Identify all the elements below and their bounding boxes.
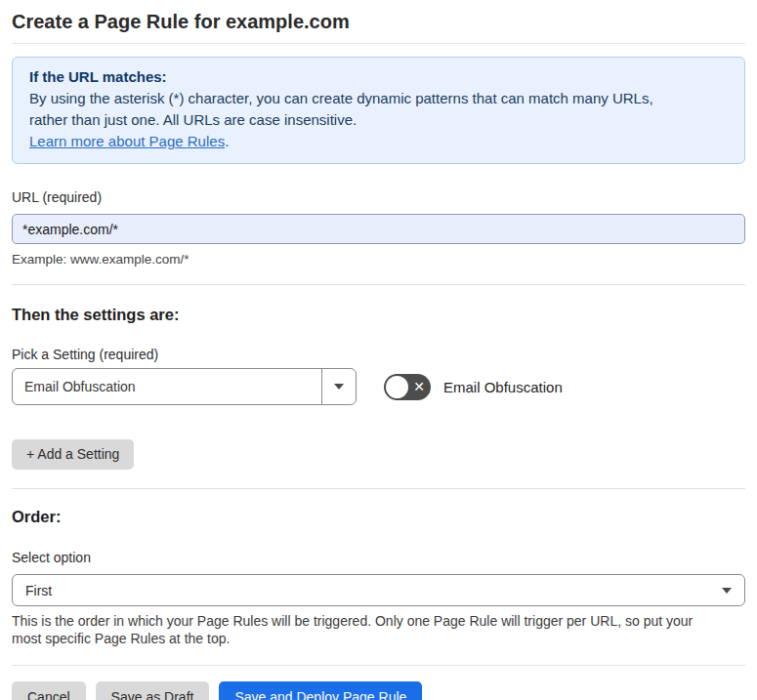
footer-actions: Cancel Save as Draft Save and Deploy Pag… <box>12 681 745 700</box>
create-page-rule-panel: Create a Page Rule for example.com If th… <box>0 0 757 700</box>
settings-section-heading: Then the settings are: <box>12 305 745 324</box>
setting-select[interactable]: Email Obfuscation <box>12 368 357 405</box>
setting-select-value: Email Obfuscation <box>13 369 321 404</box>
toggle-knob <box>386 376 408 398</box>
info-box-body-line1: By using the asterisk (*) character, you… <box>29 88 728 109</box>
footer-divider <box>12 665 745 666</box>
url-field-label: URL (required) <box>12 189 745 206</box>
add-setting-button[interactable]: + Add a Setting <box>12 439 134 470</box>
email-obfuscation-toggle-group: ✕ Email Obfuscation <box>384 374 563 400</box>
setting-row: Email Obfuscation ✕ Email Obfuscation <box>12 368 745 405</box>
toggle-label: Email Obfuscation <box>443 379 563 395</box>
section-divider <box>12 284 745 285</box>
cancel-button[interactable]: Cancel <box>12 681 86 700</box>
chevron-down-icon <box>334 384 344 390</box>
order-help-line2: most specific Page Rules at the top. <box>12 630 745 647</box>
title-divider <box>12 43 745 44</box>
link-period: . <box>225 133 229 149</box>
chevron-down-icon <box>722 588 732 594</box>
email-obfuscation-toggle[interactable]: ✕ <box>384 374 431 400</box>
info-box-heading: If the URL matches: <box>29 66 728 88</box>
page-title: Create a Page Rule for example.com <box>12 0 745 34</box>
url-example-text: Example: www.example.com/* <box>12 251 745 268</box>
pick-setting-label: Pick a Setting (required) <box>12 347 745 363</box>
order-select[interactable]: First <box>12 574 745 606</box>
save-and-deploy-button[interactable]: Save and Deploy Page Rule <box>219 681 422 700</box>
order-help-text: This is the order in which your Page Rul… <box>12 612 745 647</box>
order-help-line1: This is the order in which your Page Rul… <box>12 612 745 630</box>
select-option-label: Select option <box>12 550 745 566</box>
toggle-off-icon: ✕ <box>413 380 425 393</box>
section-divider <box>12 488 745 489</box>
order-select-value: First <box>25 583 52 598</box>
order-section-heading: Order: <box>12 507 745 526</box>
url-input[interactable] <box>12 214 745 244</box>
learn-more-link[interactable]: Learn more about Page Rules <box>29 133 225 149</box>
info-box-link-row: Learn more about Page Rules. <box>29 131 728 152</box>
url-matches-info-box: If the URL matches: By using the asteris… <box>12 57 745 164</box>
save-as-draft-button[interactable]: Save as Draft <box>96 681 210 700</box>
info-box-body-line2: rather than just one. All URLs are case … <box>29 109 728 131</box>
setting-select-arrow-button[interactable] <box>321 369 356 404</box>
